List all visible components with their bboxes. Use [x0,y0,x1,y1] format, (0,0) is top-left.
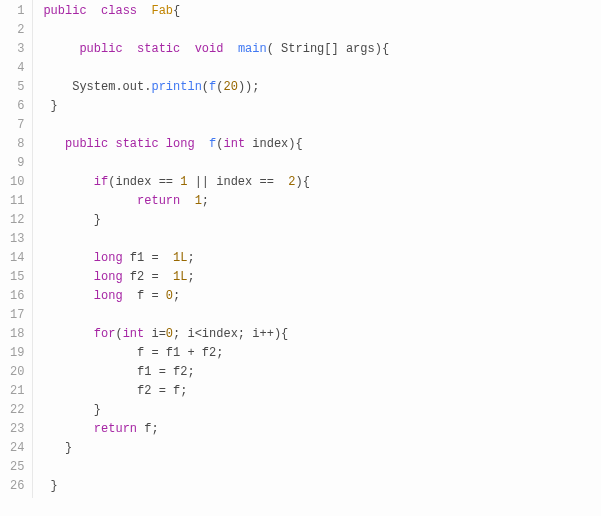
line-number: 13 [10,230,24,249]
code-line: public class Fab{ [43,2,601,21]
code-line: return 1; [43,192,601,211]
line-number: 8 [10,135,24,154]
code-area: public class Fab{ public static void mai… [33,0,601,498]
line-number: 5 [10,78,24,97]
code-line: f2 = f; [43,382,601,401]
line-number: 19 [10,344,24,363]
code-line [43,116,601,135]
code-line: long f1 = 1L; [43,249,601,268]
code-line [43,59,601,78]
code-line: if(index == 1 || index == 2){ [43,173,601,192]
code-line: f1 = f2; [43,363,601,382]
code-line: } [43,401,601,420]
line-number: 24 [10,439,24,458]
line-number: 26 [10,477,24,496]
line-number: 16 [10,287,24,306]
line-number: 21 [10,382,24,401]
code-line [43,154,601,173]
line-number: 10 [10,173,24,192]
line-number-gutter: 1234567891011121314151617181920212223242… [0,0,33,498]
line-number: 14 [10,249,24,268]
code-line [43,21,601,40]
line-number: 22 [10,401,24,420]
line-number: 2 [10,21,24,40]
line-number: 25 [10,458,24,477]
code-line [43,458,601,477]
code-line: public static void main( String[] args){ [43,40,601,59]
line-number: 12 [10,211,24,230]
line-number: 7 [10,116,24,135]
code-editor: 1234567891011121314151617181920212223242… [0,0,601,498]
code-line [43,306,601,325]
code-line: f = f1 + f2; [43,344,601,363]
line-number: 1 [10,2,24,21]
line-number: 17 [10,306,24,325]
line-number: 6 [10,97,24,116]
code-line: } [43,477,601,496]
line-number: 20 [10,363,24,382]
code-line: public static long f(int index){ [43,135,601,154]
line-number: 23 [10,420,24,439]
line-number: 4 [10,59,24,78]
code-line: } [43,439,601,458]
code-line: for(int i=0; i<index; i++){ [43,325,601,344]
code-line: } [43,97,601,116]
line-number: 3 [10,40,24,59]
code-line: long f = 0; [43,287,601,306]
line-number: 15 [10,268,24,287]
code-line: System.out.println(f(20)); [43,78,601,97]
code-line: long f2 = 1L; [43,268,601,287]
code-line: } [43,211,601,230]
code-line [43,230,601,249]
line-number: 9 [10,154,24,173]
code-line: return f; [43,420,601,439]
line-number: 18 [10,325,24,344]
line-number: 11 [10,192,24,211]
